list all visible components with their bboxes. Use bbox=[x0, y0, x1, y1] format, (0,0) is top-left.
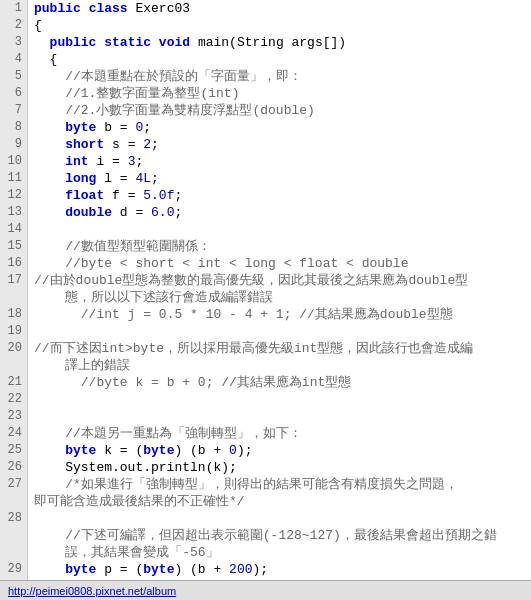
line-number: 30 bbox=[0, 578, 28, 580]
code-line: //由於double型態為整數的最高優先級，因此其最後之結果應為double型 … bbox=[28, 272, 531, 306]
line-number: 9 bbox=[0, 136, 28, 153]
code-line: //byte < short < int < long < float < do… bbox=[28, 255, 531, 272]
table-row: 27 /*如果進行「強制轉型」，則得出的結果可能含有精度損失之問題，即可能含造成… bbox=[0, 476, 531, 510]
line-number: 24 bbox=[0, 425, 28, 442]
line-number: 3 bbox=[0, 34, 28, 51]
line-number: 29 bbox=[0, 561, 28, 578]
table-row: 7 //2.小數字面量為雙精度浮點型(double) bbox=[0, 102, 531, 119]
code-line: System.out.println(k); bbox=[28, 459, 531, 476]
code-line bbox=[28, 408, 531, 425]
table-row: 5 //本題重點在於預設的「字面量」，即： bbox=[0, 68, 531, 85]
line-number: 10 bbox=[0, 153, 28, 170]
code-line: public class Exerc03 bbox=[28, 0, 531, 17]
table-row: 13 double d = 6.0; bbox=[0, 204, 531, 221]
line-number: 18 bbox=[0, 306, 28, 323]
table-row: 25 byte k = (byte) (b + 0); bbox=[0, 442, 531, 459]
table-row: 26 System.out.println(k); bbox=[0, 459, 531, 476]
code-editor: 1 public class Exerc03 2 { 3 public stat… bbox=[0, 0, 531, 580]
code-line bbox=[28, 510, 531, 527]
table-row: 4 { bbox=[0, 51, 531, 68]
table-row: 10 int i = 3; bbox=[0, 153, 531, 170]
line-number: 5 bbox=[0, 68, 28, 85]
line-number: 26 bbox=[0, 459, 28, 476]
code-table: 1 public class Exerc03 2 { 3 public stat… bbox=[0, 0, 531, 580]
line-number: 1 bbox=[0, 0, 28, 17]
table-row: //下述可編譯，但因超出表示範圍(-128~127)，最後結果會超出預期之錯 誤… bbox=[0, 527, 531, 561]
table-row: 21 //byte k = b + 0; //其結果應為int型態 bbox=[0, 374, 531, 391]
line-number: 11 bbox=[0, 170, 28, 187]
table-row: 16 //byte < short < int < long < float <… bbox=[0, 255, 531, 272]
table-row: 2 { bbox=[0, 17, 531, 34]
table-row: 15 //數值型類型範圍關係： bbox=[0, 238, 531, 255]
table-row: 18 //int j = 0.5 * 10 - 4 + 1; //其結果應為do… bbox=[0, 306, 531, 323]
line-number bbox=[0, 527, 28, 561]
code-line: { bbox=[28, 51, 531, 68]
table-row: 19 bbox=[0, 323, 531, 340]
table-row: 20 //而下述因int>byte，所以採用最高優先級int型態，因此該行也會造… bbox=[0, 340, 531, 374]
line-number: 2 bbox=[0, 17, 28, 34]
line-number: 25 bbox=[0, 442, 28, 459]
line-number: 28 bbox=[0, 510, 28, 527]
status-bar: http://peimei0808.pixnet.net/album bbox=[0, 580, 531, 600]
table-row: 17 //由於double型態為整數的最高優先級，因此其最後之結果應為doubl… bbox=[0, 272, 531, 306]
table-row: 6 //1.整數字面量為整型(int) bbox=[0, 85, 531, 102]
code-line: //本題另一重點為「強制轉型」，如下： bbox=[28, 425, 531, 442]
line-number: 27 bbox=[0, 476, 28, 510]
table-row: 28 bbox=[0, 510, 531, 527]
code-line: //下述可編譯，但因超出表示範圍(-128~127)，最後結果會超出預期之錯 誤… bbox=[28, 527, 531, 561]
table-row: 3 public static void main(String args[]) bbox=[0, 34, 531, 51]
table-row: 23 bbox=[0, 408, 531, 425]
line-number: 20 bbox=[0, 340, 28, 374]
line-number: 12 bbox=[0, 187, 28, 204]
table-row: 29 byte p = (byte) (b + 200); bbox=[0, 561, 531, 578]
line-number: 15 bbox=[0, 238, 28, 255]
code-line: System.out.println(p); bbox=[28, 578, 531, 580]
table-row: 14 bbox=[0, 221, 531, 238]
line-number: 22 bbox=[0, 391, 28, 408]
line-number: 17 bbox=[0, 272, 28, 306]
line-number: 21 bbox=[0, 374, 28, 391]
table-row: 11 long l = 4L; bbox=[0, 170, 531, 187]
code-line bbox=[28, 221, 531, 238]
table-row: 12 float f = 5.0f; bbox=[0, 187, 531, 204]
code-line: //本題重點在於預設的「字面量」，即： bbox=[28, 68, 531, 85]
code-line: //int j = 0.5 * 10 - 4 + 1; //其結果應為doubl… bbox=[28, 306, 531, 323]
code-line: double d = 6.0; bbox=[28, 204, 531, 221]
code-line: short s = 2; bbox=[28, 136, 531, 153]
code-line bbox=[28, 391, 531, 408]
code-line: int i = 3; bbox=[28, 153, 531, 170]
table-row: 1 public class Exerc03 bbox=[0, 0, 531, 17]
table-row: 22 bbox=[0, 391, 531, 408]
table-row: 24 //本題另一重點為「強制轉型」，如下： bbox=[0, 425, 531, 442]
code-line: byte b = 0; bbox=[28, 119, 531, 136]
line-number: 8 bbox=[0, 119, 28, 136]
line-number: 7 bbox=[0, 102, 28, 119]
code-line: //byte k = b + 0; //其結果應為int型態 bbox=[28, 374, 531, 391]
code-line: public static void main(String args[]) bbox=[28, 34, 531, 51]
code-line: //1.整數字面量為整型(int) bbox=[28, 85, 531, 102]
code-line: //而下述因int>byte，所以採用最高優先級int型態，因此該行也會造成編 … bbox=[28, 340, 531, 374]
table-row: 30 System.out.println(p); bbox=[0, 578, 531, 580]
line-number: 23 bbox=[0, 408, 28, 425]
code-line: byte p = (byte) (b + 200); bbox=[28, 561, 531, 578]
table-row: 8 byte b = 0; bbox=[0, 119, 531, 136]
code-line: float f = 5.0f; bbox=[28, 187, 531, 204]
line-number: 14 bbox=[0, 221, 28, 238]
line-number: 4 bbox=[0, 51, 28, 68]
code-line: //數值型類型範圍關係： bbox=[28, 238, 531, 255]
code-line: long l = 4L; bbox=[28, 170, 531, 187]
code-line: /*如果進行「強制轉型」，則得出的結果可能含有精度損失之問題，即可能含造成最後結… bbox=[28, 476, 531, 510]
line-number: 6 bbox=[0, 85, 28, 102]
status-url[interactable]: http://peimei0808.pixnet.net/album bbox=[8, 585, 176, 597]
code-line bbox=[28, 323, 531, 340]
line-number: 13 bbox=[0, 204, 28, 221]
code-line: byte k = (byte) (b + 0); bbox=[28, 442, 531, 459]
line-number: 19 bbox=[0, 323, 28, 340]
code-line: //2.小數字面量為雙精度浮點型(double) bbox=[28, 102, 531, 119]
table-row: 9 short s = 2; bbox=[0, 136, 531, 153]
code-line: { bbox=[28, 17, 531, 34]
line-number: 16 bbox=[0, 255, 28, 272]
